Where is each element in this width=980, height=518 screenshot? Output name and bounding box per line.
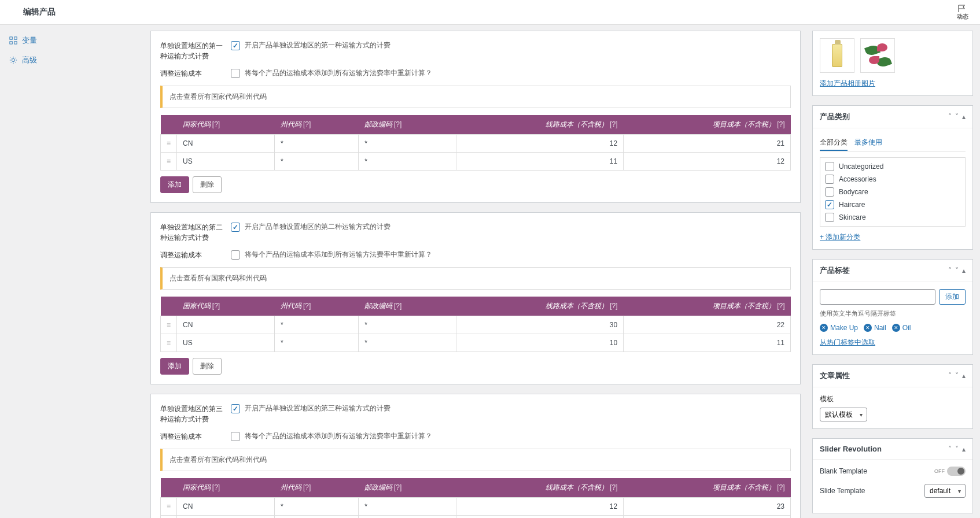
enable-description: 开启产品单独设置地区的第二种运输方式的计费	[245, 222, 390, 232]
country-cell[interactable]: US	[177, 153, 275, 171]
state-cell[interactable]: *	[275, 316, 359, 334]
postal-cell[interactable]: *	[359, 316, 456, 334]
chevron-up-icon[interactable]: ˄	[948, 113, 952, 121]
activity-flag[interactable]: 动态	[957, 5, 968, 21]
category-checkbox[interactable]	[825, 162, 834, 171]
tag-chip[interactable]: Oil	[892, 324, 911, 332]
caret-up-icon[interactable]: ▴	[962, 267, 966, 275]
add-gallery-link[interactable]: 添加产品相册图片	[820, 79, 875, 87]
state-cell[interactable]: *	[275, 498, 359, 516]
gallery-panel: 添加产品相册图片	[812, 31, 973, 96]
tag-chip[interactable]: Nail	[864, 324, 886, 332]
caret-up-icon[interactable]: ▴	[962, 113, 966, 121]
delete-row-button[interactable]: 删除	[193, 358, 222, 375]
popular-tags-link[interactable]: 从热门标签中选取	[820, 338, 875, 346]
postal-cell[interactable]: *	[359, 135, 456, 153]
product-data-tabs: 变量 高级	[0, 25, 81, 518]
postal-cell[interactable]: *	[359, 498, 456, 516]
blank-template-toggle[interactable]	[947, 467, 966, 476]
add-row-button[interactable]: 添加	[160, 358, 189, 375]
tab-most-used[interactable]: 最多使用	[854, 135, 882, 151]
country-cell[interactable]: CN	[177, 316, 275, 334]
chevron-up-icon[interactable]: ˄	[948, 372, 952, 380]
category-item[interactable]: Haircare	[823, 198, 963, 211]
add-category-link[interactable]: + 添加新分类	[820, 233, 860, 241]
adjust-checkbox[interactable]	[231, 69, 240, 78]
state-cell[interactable]: *	[275, 516, 359, 519]
chevron-down-icon[interactable]: ˅	[955, 267, 959, 275]
page-header: 编辑产品 动态	[0, 0, 980, 25]
line-cost-cell[interactable]: 11	[456, 516, 624, 519]
item-cost-cell[interactable]: 22	[624, 316, 791, 334]
postal-cell[interactable]: *	[359, 516, 456, 519]
item-cost-cell[interactable]: 23	[624, 498, 791, 516]
tab-advanced[interactable]: 高级	[0, 50, 81, 70]
drag-handle-icon[interactable]: ≡	[161, 135, 177, 153]
gallery-thumb[interactable]	[860, 38, 895, 73]
gallery-thumb[interactable]	[820, 38, 854, 73]
line-cost-cell[interactable]: 11	[456, 153, 624, 171]
postal-cell[interactable]: *	[359, 334, 456, 352]
line-cost-cell[interactable]: 30	[456, 316, 624, 334]
template-select[interactable]: 默认模板	[820, 408, 867, 421]
adjust-checkbox[interactable]	[231, 432, 240, 441]
table-row: ≡US**1125	[161, 516, 791, 519]
line-cost-cell[interactable]: 12	[456, 498, 624, 516]
shipping-section: 单独设置地区的第一种运输方式计费开启产品单独设置地区的第一种运输方式的计费调整运…	[150, 31, 801, 203]
country-cell[interactable]: US	[177, 334, 275, 352]
add-row-button[interactable]: 添加	[160, 176, 189, 193]
country-cell[interactable]: US	[177, 516, 275, 519]
item-cost-cell[interactable]: 11	[624, 334, 791, 352]
enable-checkbox[interactable]	[231, 404, 240, 413]
tab-all-categories[interactable]: 全部分类	[820, 135, 848, 151]
table-row: ≡CN**3022	[161, 316, 791, 334]
drag-handle-icon[interactable]: ≡	[161, 316, 177, 334]
category-item[interactable]: Bodycare	[823, 186, 963, 198]
drag-handle-icon[interactable]: ≡	[161, 334, 177, 352]
country-cell[interactable]: CN	[177, 135, 275, 153]
category-checkbox[interactable]	[825, 187, 834, 197]
state-cell[interactable]: *	[275, 135, 359, 153]
drag-handle-icon[interactable]: ≡	[161, 516, 177, 519]
svg-rect-0	[10, 37, 12, 39]
adjust-checkbox[interactable]	[231, 250, 240, 260]
state-cell[interactable]: *	[275, 334, 359, 352]
add-tag-button[interactable]: 添加	[939, 289, 966, 305]
chevron-up-icon[interactable]: ˄	[948, 445, 952, 453]
postal-cell[interactable]: *	[359, 153, 456, 171]
chevron-up-icon[interactable]: ˄	[948, 267, 952, 275]
chevron-down-icon[interactable]: ˅	[955, 372, 959, 380]
table-row: ≡CN**1223	[161, 498, 791, 516]
caret-up-icon[interactable]: ▴	[962, 445, 966, 453]
enable-checkbox[interactable]	[231, 223, 240, 232]
slide-template-select[interactable]: default	[924, 484, 966, 498]
chevron-down-icon[interactable]: ˅	[955, 445, 959, 453]
tab-variations[interactable]: 变量	[0, 31, 81, 50]
chevron-down-icon[interactable]: ˅	[955, 113, 959, 121]
country-cell[interactable]: CN	[177, 498, 275, 516]
delete-row-button[interactable]: 删除	[193, 176, 222, 193]
category-item[interactable]: Skincare	[823, 211, 963, 224]
item-cost-cell[interactable]: 25	[624, 516, 791, 519]
codes-hint[interactable]: 点击查看所有国家代码和州代码	[160, 267, 791, 290]
caret-up-icon[interactable]: ▴	[962, 372, 966, 380]
codes-hint[interactable]: 点击查看所有国家代码和州代码	[160, 86, 791, 108]
line-cost-cell[interactable]: 12	[456, 135, 624, 153]
codes-hint[interactable]: 点击查看所有国家代码和州代码	[160, 449, 791, 471]
category-item[interactable]: Accessories	[823, 173, 963, 186]
line-cost-cell[interactable]: 10	[456, 334, 624, 352]
category-checkbox[interactable]	[825, 200, 834, 209]
drag-handle-icon[interactable]: ≡	[161, 153, 177, 171]
state-cell[interactable]: *	[275, 153, 359, 171]
enable-checkbox[interactable]	[231, 41, 240, 50]
category-item[interactable]: Uncategorized	[823, 160, 963, 173]
tag-chip[interactable]: Make Up	[820, 324, 858, 332]
drag-handle-icon[interactable]: ≡	[161, 498, 177, 516]
category-checkbox[interactable]	[825, 175, 834, 184]
tag-input[interactable]	[820, 289, 935, 305]
tags-panel: 产品标签 ˄˅▴ 添加 使用英文半角逗号隔开标签 Make UpNailOil …	[812, 259, 973, 355]
svg-rect-3	[14, 42, 17, 44]
item-cost-cell[interactable]: 12	[624, 153, 791, 171]
item-cost-cell[interactable]: 21	[624, 135, 791, 153]
category-checkbox[interactable]	[825, 213, 834, 222]
